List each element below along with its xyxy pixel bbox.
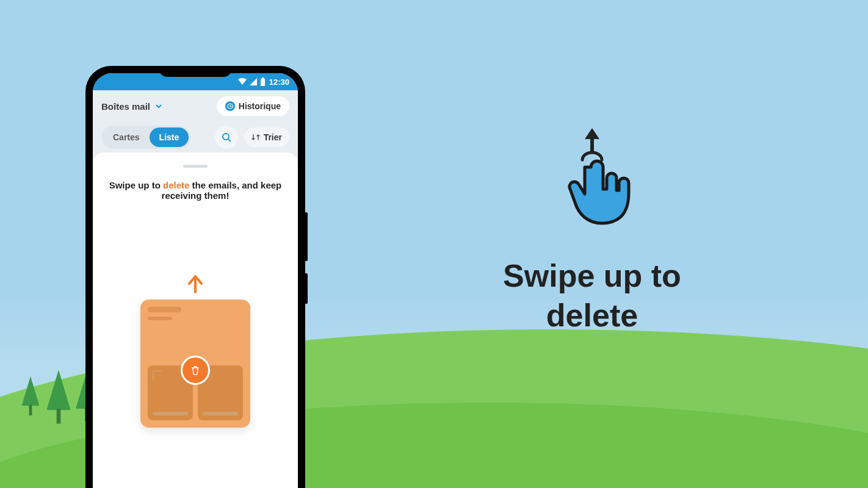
clock-icon xyxy=(225,101,235,111)
instruction-highlight: delete xyxy=(163,180,189,190)
top-bar: Boîtes mail Historique xyxy=(93,90,298,122)
drag-handle[interactable] xyxy=(183,165,208,168)
svg-point-4 xyxy=(223,134,229,140)
promo-line-2: delete xyxy=(546,298,638,333)
signal-icon xyxy=(250,78,257,85)
content-area: Swipe up to delete the emails, and keep … xyxy=(93,152,298,488)
delete-badge xyxy=(181,356,210,385)
toolbar: Trier xyxy=(215,126,289,149)
svg-rect-1 xyxy=(261,79,265,86)
history-label: Historique xyxy=(239,101,281,111)
phone-side-button xyxy=(305,273,308,304)
instruction-prefix: Swipe up to xyxy=(109,180,163,190)
filter-bar: Cartes Liste Trier xyxy=(93,122,298,152)
email-card[interactable] xyxy=(140,300,250,428)
svg-line-5 xyxy=(228,139,231,142)
instruction-text: Swipe up to delete the emails, and keep … xyxy=(103,180,288,201)
search-button[interactable] xyxy=(215,126,238,149)
phone-frame: 12:30 Boîtes mail Historique Cartes Lis xyxy=(85,66,305,488)
tab-cards[interactable]: Cartes xyxy=(103,127,150,147)
mailboxes-label: Boîtes mail xyxy=(101,101,150,112)
swipe-demo xyxy=(103,274,288,428)
wifi-icon xyxy=(238,78,247,85)
mailboxes-dropdown[interactable]: Boîtes mail xyxy=(101,101,162,112)
history-button[interactable]: Historique xyxy=(217,96,289,116)
status-time: 12:30 xyxy=(269,77,289,87)
view-segment: Cartes Liste xyxy=(101,126,190,149)
svg-rect-0 xyxy=(590,137,594,152)
phone-side-button xyxy=(305,212,308,261)
card-line xyxy=(148,307,181,312)
sort-button[interactable]: Trier xyxy=(244,127,289,147)
promo-scene: Swipe up to delete 12:30 Boîtes mail xyxy=(0,0,868,488)
status-icons xyxy=(238,77,266,86)
swipe-up-hand-icon xyxy=(549,122,635,244)
search-icon xyxy=(222,132,231,142)
card-line xyxy=(148,317,172,320)
sort-label: Trier xyxy=(264,132,282,142)
phone-screen: 12:30 Boîtes mail Historique Cartes Lis xyxy=(93,73,298,488)
arrow-up-icon xyxy=(187,274,204,293)
svg-rect-2 xyxy=(262,77,264,79)
tree-icon xyxy=(45,364,72,424)
trash-icon xyxy=(190,365,201,376)
sort-icon xyxy=(251,133,260,142)
tab-list[interactable]: Liste xyxy=(150,127,189,147)
battery-icon xyxy=(260,77,266,86)
phone-notch xyxy=(159,66,232,77)
promo-heading: Swipe up to delete xyxy=(439,256,745,336)
tree-icon xyxy=(21,371,40,415)
promo-line-1: Swipe up to xyxy=(503,258,681,293)
chevron-down-icon xyxy=(155,102,162,110)
